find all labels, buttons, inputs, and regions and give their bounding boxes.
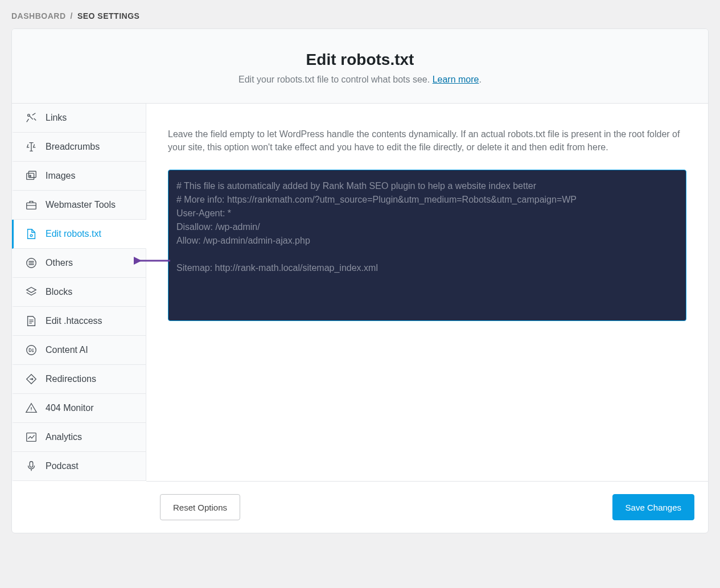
svg-point-0: [28, 114, 30, 117]
sidebar-item-label: Breadcrumbs: [46, 142, 100, 152]
svg-rect-4: [27, 203, 36, 209]
panel-footer: Reset Options Save Changes: [146, 481, 708, 533]
sidebar-item-content-ai[interactable]: Content AI: [12, 336, 146, 365]
sidebar-item-label: Edit robots.txt: [46, 229, 101, 239]
svg-point-3: [30, 175, 31, 176]
breadcrumb-root[interactable]: Dashboard: [11, 11, 66, 20]
file-robots-icon: [25, 228, 38, 240]
field-description: Leave the field empty to let WordPress h…: [168, 128, 686, 154]
sidebar-item-podcast[interactable]: Podcast: [12, 452, 146, 481]
list-icon: [25, 257, 38, 269]
sidebar-item-links[interactable]: Links: [12, 104, 146, 133]
panel-header: Edit robots.txt Edit your robots.txt fil…: [12, 29, 708, 104]
sidebar-item-redirections[interactable]: Redirections: [12, 365, 146, 394]
sidebar-item-label: Webmaster Tools: [46, 200, 116, 210]
breadcrumb-separator: /: [71, 11, 73, 20]
redirect-icon: [25, 373, 38, 385]
svg-point-5: [30, 235, 32, 237]
sidebar-item-404-monitor[interactable]: 404 Monitor: [12, 394, 146, 423]
sidebar-item-images[interactable]: Images: [12, 162, 146, 191]
reset-options-button[interactable]: Reset Options: [160, 494, 240, 520]
save-changes-button[interactable]: Save Changes: [612, 494, 694, 520]
settings-panel: Edit robots.txt Edit your robots.txt fil…: [11, 28, 709, 533]
toolbox-icon: [25, 199, 38, 211]
sidebar-item-breadcrumbs[interactable]: Breadcrumbs: [12, 133, 146, 162]
ai-icon: [25, 344, 38, 356]
content-area: Leave the field empty to let WordPress h…: [146, 104, 708, 481]
sidebar-item-label: Images: [46, 171, 75, 181]
sidebar-item-blocks[interactable]: Blocks: [12, 278, 146, 307]
subtitle-text: Edit your robots.txt file to control wha…: [238, 75, 433, 84]
learn-more-link[interactable]: Learn more: [433, 75, 479, 84]
page-subtitle: Edit your robots.txt file to control wha…: [23, 75, 697, 85]
file-text-icon: [25, 315, 38, 327]
sidebar-item-label: Analytics: [46, 432, 82, 442]
sidebar-item-label: Content AI: [46, 345, 88, 355]
page-title: Edit robots.txt: [23, 51, 697, 69]
sidebar-item-label: Podcast: [46, 461, 79, 471]
warning-icon: [25, 402, 38, 414]
settings-sidebar: Links Breadcrumbs Images: [12, 104, 146, 481]
layers-icon: [25, 286, 38, 298]
sidebar-item-edit-robots[interactable]: Edit robots.txt: [12, 220, 146, 249]
images-icon: [25, 170, 38, 182]
breadcrumbs-icon: [25, 141, 38, 153]
breadcrumb-current: SEO Settings: [77, 11, 139, 20]
sidebar-item-label: 404 Monitor: [46, 403, 94, 413]
sidebar-item-webmaster-tools[interactable]: Webmaster Tools: [12, 191, 146, 220]
sidebar-item-edit-htaccess[interactable]: Edit .htaccess: [12, 307, 146, 336]
sidebar-item-label: Others: [46, 258, 73, 268]
sidebar-item-others[interactable]: Others: [12, 249, 146, 278]
robots-txt-textarea[interactable]: [168, 170, 686, 321]
breadcrumb: Dashboard / SEO Settings: [11, 11, 709, 20]
sidebar-item-label: Edit .htaccess: [46, 316, 102, 326]
sidebar-item-label: Redirections: [46, 374, 96, 384]
chart-icon: [25, 431, 38, 443]
sidebar-item-analytics[interactable]: Analytics: [12, 423, 146, 452]
links-icon: [25, 112, 38, 124]
microphone-icon: [25, 460, 38, 472]
svg-rect-9: [30, 462, 33, 467]
sidebar-item-label: Links: [46, 113, 67, 123]
sidebar-item-label: Blocks: [46, 287, 72, 297]
